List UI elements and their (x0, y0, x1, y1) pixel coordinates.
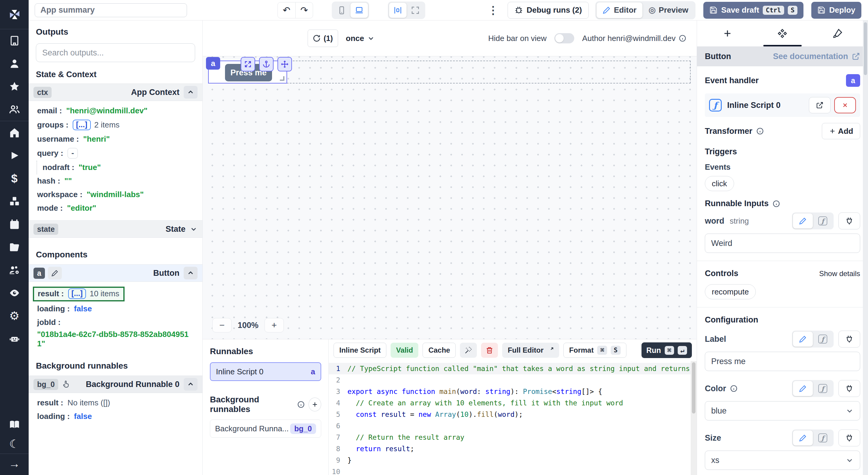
sidebar-item-resources[interactable] (0, 190, 29, 213)
sidebar-item-folders[interactable] (0, 236, 29, 259)
label-value-input[interactable] (705, 352, 860, 371)
move-component-button[interactable] (277, 57, 292, 71)
show-details-link[interactable]: Show details (819, 269, 860, 278)
expand-array-button[interactable]: [...] (73, 120, 91, 130)
run-script-button[interactable]: Run ⌘ ↵ (642, 342, 692, 358)
collapse-component-button[interactable] (184, 267, 197, 279)
code-line[interactable]: 3export async function main(word: string… (329, 386, 697, 397)
code-line[interactable]: 4 // Create an array with 10 elements, f… (329, 397, 697, 409)
inline-script-tab[interactable]: Inline Script (334, 343, 386, 358)
cache-button[interactable]: Cache (423, 343, 456, 358)
fullwidth-layout-button[interactable] (407, 3, 424, 18)
expand-object-button[interactable]: - (67, 148, 78, 159)
connect-input-button[interactable] (838, 212, 860, 229)
scrollbar-thumb[interactable] (692, 362, 695, 413)
tab-insert-component[interactable] (700, 21, 755, 46)
ctx-row-username[interactable]: username"henri" (29, 132, 203, 146)
recompute-control-pill[interactable]: recompute (705, 284, 756, 299)
eval-mode-button[interactable]: ƒ (813, 381, 833, 396)
mobile-view-button[interactable] (333, 3, 350, 18)
expand-state-button[interactable] (190, 225, 197, 233)
static-mode-button[interactable] (793, 213, 813, 229)
code-line[interactable]: 1// TypeScript function called "main" th… (329, 363, 697, 374)
search-outputs-input[interactable] (36, 43, 195, 62)
code-line[interactable]: 7 // Return the result array (329, 432, 697, 443)
sidebar-item-audit-logs[interactable] (0, 281, 29, 304)
ctx-row-workspace[interactable]: workspace"windmill-labs" (29, 188, 203, 201)
dark-mode-toggle[interactable]: ☾ (0, 434, 29, 453)
info-icon[interactable] (772, 200, 780, 208)
undo-button[interactable]: ↶ (278, 2, 295, 18)
code-line[interactable]: 9} (329, 454, 697, 466)
ctx-row-hash[interactable]: hash"" (29, 174, 203, 188)
ctx-row-query[interactable]: query- (29, 146, 203, 161)
save-draft-button[interactable]: Save draft Ctrl S (703, 2, 803, 19)
attached-script-row[interactable]: ƒ Inline Script 0 (705, 94, 860, 117)
zoom-in-button[interactable]: + (265, 318, 284, 333)
bg-runnable-header[interactable]: bg_0 Background Runnable 0 (29, 376, 203, 393)
static-mode-button[interactable] (793, 430, 813, 445)
connect-input-button[interactable] (838, 331, 860, 347)
collapse-bg-runnable-button[interactable] (184, 378, 197, 391)
refresh-schedule-select[interactable]: once (346, 34, 375, 43)
windmill-logo-icon[interactable] (0, 0, 29, 29)
bg-loading-row[interactable]: loadingfalse (29, 410, 203, 423)
button-component-header[interactable]: a Button (29, 264, 203, 282)
centered-layout-button[interactable] (389, 3, 407, 18)
format-button[interactable]: Format ⌘ S (563, 343, 626, 358)
runnable-item-background[interactable]: Background Runna... bg_0 (210, 419, 321, 438)
code-scrollbar[interactable] (691, 361, 697, 475)
code-line[interactable]: 10 (329, 466, 697, 475)
sidebar-item-favorites[interactable] (0, 75, 29, 98)
eval-mode-button[interactable]: ƒ (813, 430, 833, 445)
desktop-view-button[interactable] (350, 3, 368, 18)
code-editor[interactable]: 1// TypeScript function called "main" th… (329, 361, 697, 475)
scrollbar-thumb[interactable] (864, 22, 867, 75)
sidebar-item-groups[interactable] (0, 98, 29, 121)
code-line[interactable]: 5 const result = new Array(10).fill(word… (329, 409, 697, 420)
remove-script-button[interactable] (834, 97, 856, 113)
add-transformer-button[interactable]: Add (822, 123, 860, 139)
delete-script-button[interactable] (481, 343, 498, 358)
app-summary-input[interactable] (35, 3, 187, 17)
code-line[interactable]: 2 (329, 374, 697, 386)
bg-result-row[interactable]: resultNo items ([]) (29, 396, 203, 410)
zoom-out-button[interactable]: − (212, 318, 231, 333)
sidebar-item-user[interactable] (0, 52, 29, 75)
collapse-sidebar-button[interactable]: → (0, 454, 29, 473)
full-editor-button[interactable]: Full Editor (502, 343, 559, 358)
expand-component-button[interactable] (241, 57, 255, 71)
sidebar-item-settings[interactable]: ⚙ (0, 304, 29, 327)
expand-array-button[interactable]: [...] (68, 289, 86, 299)
info-icon[interactable] (679, 34, 686, 42)
word-value-input[interactable] (705, 234, 860, 253)
sidebar-item-runs[interactable] (0, 144, 29, 167)
more-options-button[interactable]: ⋮ (484, 5, 503, 16)
code-line[interactable]: 6 (329, 420, 697, 432)
tab-editor[interactable]: Editor (596, 2, 642, 18)
code-line[interactable]: 8 return result; (329, 443, 697, 454)
add-background-runnable-button[interactable] (309, 398, 321, 411)
tab-component-settings[interactable] (755, 21, 810, 46)
connect-input-button[interactable] (838, 430, 860, 446)
tab-preview[interactable]: ◎ Preview (642, 2, 694, 18)
info-icon[interactable] (297, 401, 305, 408)
sidebar-item-workers[interactable] (0, 259, 29, 281)
loading-row[interactable]: loadingfalse (29, 302, 203, 315)
app-canvas[interactable]: Press me a (203, 56, 697, 339)
deploy-button[interactable]: Deploy (811, 2, 861, 19)
rename-component-button[interactable] (48, 267, 62, 279)
refresh-runnables-button[interactable]: (1) (308, 30, 338, 47)
resize-handle[interactable] (280, 76, 284, 81)
sidebar-item-schedules[interactable] (0, 213, 29, 236)
info-icon[interactable] (756, 127, 764, 135)
sidebar-item-ai[interactable] (0, 327, 29, 350)
state-section-header[interactable]: state State (29, 220, 203, 238)
ctx-row-email[interactable]: email"henri@windmill.dev" (29, 104, 203, 117)
right-panel-scrollbar[interactable] (863, 21, 868, 475)
debug-runs-button[interactable]: Debug runs (2) (507, 2, 589, 19)
color-select[interactable]: blue (705, 401, 860, 420)
eval-mode-button[interactable]: ƒ (813, 213, 833, 229)
hide-bar-toggle[interactable] (554, 33, 574, 43)
sidebar-item-home[interactable] (0, 121, 29, 144)
